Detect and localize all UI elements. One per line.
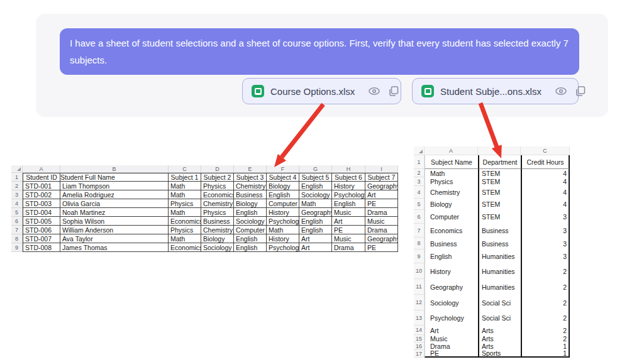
row-number: 7 — [11, 226, 23, 234]
select-all-corner — [11, 165, 23, 173]
column-header-A: A — [23, 165, 60, 173]
row-number: 17 — [414, 350, 425, 358]
row-number: 13 — [414, 310, 425, 326]
cell: 2 — [521, 295, 570, 310]
cell: STD-002 — [23, 190, 60, 199]
cell: 4 — [521, 177, 570, 186]
header-cell: Subject 1 — [169, 173, 201, 182]
cell: Biology — [425, 199, 478, 210]
row-number: 6 — [414, 210, 425, 224]
cell: Math — [169, 208, 201, 217]
cell: PE — [365, 243, 398, 252]
cell: Sociology — [425, 295, 478, 310]
cell: Liam Thompson — [60, 182, 169, 190]
file-chip-student-subjections[interactable]: Student Subje...ons.xlsx — [412, 78, 579, 104]
cell: Computer — [425, 210, 478, 224]
cell: 2 — [521, 279, 570, 295]
column-header-E: E — [234, 165, 267, 173]
cell: William Anderson — [60, 226, 169, 234]
cell: English — [234, 234, 267, 243]
cell: Psychology — [425, 310, 478, 326]
cell: Economics — [201, 190, 234, 199]
column-header-F: F — [267, 165, 299, 173]
cell: Physics — [201, 182, 234, 190]
row-number: 2 — [11, 182, 23, 190]
cell: Chemistry — [234, 182, 267, 190]
cell: Business — [478, 238, 521, 250]
row-number: 8 — [414, 238, 425, 250]
page: I have a sheet of student selections and… — [0, 0, 644, 362]
header-cell: Credit Hours — [521, 155, 570, 169]
row-number: 4 — [11, 199, 23, 208]
cell: English — [234, 208, 267, 217]
cell: Geography — [299, 208, 332, 217]
cell: PE — [332, 226, 365, 234]
cell: Biology — [267, 182, 299, 190]
cell: Arts — [478, 326, 521, 335]
cell: Business — [234, 190, 267, 199]
row-number: 7 — [414, 224, 425, 238]
column-header-C: C — [169, 165, 201, 173]
cell: History — [267, 234, 299, 243]
cell: Chemistry — [425, 186, 478, 199]
cell: Physics — [201, 208, 234, 217]
cell: Business — [478, 224, 521, 238]
row-number: 10 — [414, 263, 425, 279]
cell: Biology — [201, 234, 234, 243]
cell: STEM — [478, 199, 521, 210]
cell: Arts — [478, 335, 521, 343]
cell: 3 — [521, 210, 570, 224]
row-number: 3 — [414, 177, 425, 186]
row-number: 14 — [414, 326, 425, 335]
file-name: Student Subje...ons.xlsx — [440, 86, 541, 97]
cell: Olivia Garcia — [60, 199, 169, 208]
course-options-sheet: ABC1Subject NameDepartmentCredit Hours2M… — [414, 146, 570, 358]
cell: 1 — [521, 350, 570, 358]
cell: Humanities — [478, 279, 521, 295]
cell: Math — [169, 234, 201, 243]
cell: Business — [201, 217, 234, 226]
cell: Amelia Rodriguez — [60, 190, 169, 199]
cell: Humanities — [478, 263, 521, 279]
header-cell: Subject 6 — [332, 173, 365, 182]
cell: Physics — [425, 177, 478, 186]
column-header-D: D — [201, 165, 234, 173]
row-number: 1 — [11, 173, 23, 182]
cell: Math — [169, 190, 201, 199]
cell: Art — [425, 326, 478, 335]
file-chip-course-options[interactable]: Course Options.xlsx — [242, 78, 401, 104]
cell: Art — [299, 234, 332, 243]
row-number: 16 — [414, 343, 425, 350]
cell: Art — [332, 217, 365, 226]
cell: Psychology — [267, 217, 299, 226]
cell: Sociology — [201, 243, 234, 252]
copy-icon[interactable] — [387, 85, 400, 97]
cell: STEM — [478, 186, 521, 199]
column-header-G: G — [299, 165, 332, 173]
cell: STD-006 — [23, 226, 60, 234]
cell: 2 — [521, 310, 570, 326]
cell: STD-001 — [23, 182, 60, 190]
cell: English — [425, 250, 478, 263]
cell: Computer — [267, 199, 299, 208]
cell: Sophia Wilson — [60, 217, 169, 226]
header-cell: Subject 5 — [299, 173, 332, 182]
header-cell: Subject Name — [425, 155, 478, 169]
eye-preview-icon[interactable] — [367, 84, 381, 98]
eye-preview-icon[interactable] — [554, 84, 568, 98]
column-header-H: H — [332, 165, 365, 173]
cell: English — [299, 182, 332, 190]
cell: Arts — [478, 343, 521, 350]
copy-icon[interactable] — [574, 85, 587, 97]
cell: English — [299, 217, 332, 226]
cell: Drama — [332, 243, 365, 252]
cell: Economics — [169, 243, 201, 252]
cell: Art — [299, 243, 332, 252]
cell: Sociology — [234, 217, 267, 226]
cell: Math — [425, 169, 478, 177]
column-header-C: C — [521, 146, 570, 155]
cell: Business — [425, 238, 478, 250]
cell: STD-003 — [23, 199, 60, 208]
header-cell: Student ID — [23, 173, 60, 182]
cell: Physics — [169, 199, 201, 208]
